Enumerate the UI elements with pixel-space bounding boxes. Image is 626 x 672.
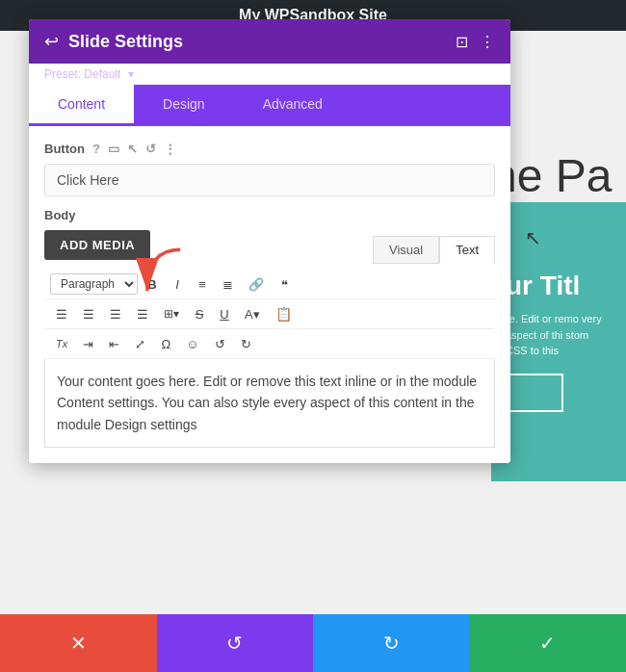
button-cursor-icon[interactable]: ↖ bbox=[127, 142, 138, 156]
panel-header-right: ⊡ ⋮ bbox=[456, 33, 495, 51]
undo-button[interactable]: ↺ bbox=[157, 614, 314, 672]
button-text-input[interactable] bbox=[44, 164, 495, 196]
paste-button[interactable]: 📋 bbox=[270, 303, 298, 324]
fullscreen-button[interactable]: ⤢ bbox=[129, 333, 151, 354]
button-device-icon[interactable]: ▭ bbox=[108, 142, 119, 156]
body-section-label: Body bbox=[44, 208, 495, 222]
align-left-button[interactable]: ☰ bbox=[50, 303, 73, 324]
tab-design[interactable]: Design bbox=[134, 85, 234, 126]
confirm-button[interactable]: ✓ bbox=[470, 614, 627, 672]
more-options-icon[interactable]: ⋮ bbox=[480, 33, 495, 51]
align-right-button[interactable]: ☰ bbox=[104, 303, 127, 324]
button-label-text: Button bbox=[44, 142, 85, 156]
panel-title: Slide Settings bbox=[68, 32, 183, 52]
slide-settings-panel: ↩ Slide Settings ⊡ ⋮ Preset: Default ▾ C… bbox=[29, 19, 510, 463]
editor-view-tabs: Visual Text bbox=[373, 236, 495, 264]
tab-content[interactable]: Content bbox=[29, 85, 134, 126]
panel-header: ↩ Slide Settings ⊡ ⋮ bbox=[29, 19, 510, 64]
teal-text: re. Edit or remo very aspect of thi stom… bbox=[506, 311, 612, 359]
emoji-button[interactable]: ☺ bbox=[180, 333, 204, 354]
button-help-icon[interactable]: ? bbox=[92, 142, 100, 156]
tab-visual[interactable]: Visual bbox=[373, 236, 439, 264]
link-button[interactable]: 🔗 bbox=[243, 273, 270, 295]
button-undo-icon[interactable]: ↺ bbox=[145, 142, 156, 156]
back-icon[interactable]: ↩ bbox=[44, 31, 59, 52]
cancel-button[interactable]: ✕ bbox=[0, 614, 157, 672]
redo-icon: ↻ bbox=[383, 632, 400, 655]
editor-content-text: Your content goes here. Edit or remove t… bbox=[57, 374, 477, 432]
panel-header-left: ↩ Slide Settings bbox=[44, 31, 183, 52]
underline-button[interactable]: U bbox=[214, 303, 235, 324]
tab-text[interactable]: Text bbox=[439, 236, 495, 264]
preset-dropdown-icon: ▾ bbox=[128, 67, 134, 81]
special-char-button[interactable]: Ω bbox=[155, 333, 176, 354]
button-section-label: Button ? ▭ ↖ ↺ ⋮ bbox=[44, 142, 495, 156]
red-arrow-indicator bbox=[125, 246, 202, 303]
redo-button[interactable]: ↻ bbox=[313, 614, 470, 672]
button-more-icon[interactable]: ⋮ bbox=[164, 142, 176, 156]
editor-toolbar-row1: Paragraph B I ≡ ≣ 🔗 ❝ bbox=[44, 270, 495, 299]
editor-toolbar-row3: Tx ⇥ ⇤ ⤢ Ω ☺ ↺ ↻ bbox=[44, 329, 495, 359]
editor-undo-button[interactable]: ↺ bbox=[209, 333, 231, 354]
teal-content-bar: ur Titl re. Edit or remo very aspect of … bbox=[491, 202, 626, 481]
bottom-action-bar: ✕ ↺ ↻ ✓ bbox=[0, 614, 626, 672]
align-center-button[interactable]: ☰ bbox=[77, 303, 100, 324]
undo-icon: ↺ bbox=[226, 632, 243, 655]
teal-title: ur Titl bbox=[506, 271, 612, 301]
table-button[interactable]: ⊞▾ bbox=[158, 303, 185, 324]
teal-button-placeholder bbox=[506, 374, 563, 412]
preset-row[interactable]: Preset: Default ▾ bbox=[29, 64, 510, 85]
blockquote-button[interactable]: ❝ bbox=[274, 273, 295, 295]
indent-button[interactable]: ⇥ bbox=[77, 333, 99, 354]
editor-toolbar-row2: ☰ ☰ ☰ ☰ ⊞▾ S U A▾ 📋 bbox=[44, 299, 495, 329]
strikethrough-button[interactable]: S bbox=[189, 303, 210, 324]
text-color-button[interactable]: A▾ bbox=[239, 303, 266, 324]
clear-format-button[interactable]: Tx bbox=[50, 333, 73, 354]
confirm-icon: ✓ bbox=[539, 632, 556, 655]
panel-tabs: Content Design Advanced bbox=[29, 85, 510, 126]
preset-label: Preset: Default bbox=[44, 67, 120, 81]
screenshot-icon[interactable]: ⊡ bbox=[456, 33, 468, 51]
editor-content-area[interactable]: Your content goes here. Edit or remove t… bbox=[44, 359, 495, 448]
editor-redo-button[interactable]: ↻ bbox=[235, 333, 257, 354]
align-justify-button[interactable]: ☰ bbox=[131, 303, 154, 324]
outdent-button[interactable]: ⇤ bbox=[103, 333, 125, 354]
cursor-indicator: ↖ bbox=[525, 226, 541, 249]
panel-body: Button ? ▭ ↖ ↺ ⋮ Body ADD MEDIA Visual T… bbox=[29, 126, 510, 463]
editor-header-row: ADD MEDIA Visual Text bbox=[44, 230, 495, 270]
ordered-list-button[interactable]: ≣ bbox=[217, 273, 239, 295]
cancel-icon: ✕ bbox=[70, 632, 87, 655]
tab-advanced[interactable]: Advanced bbox=[234, 85, 352, 126]
